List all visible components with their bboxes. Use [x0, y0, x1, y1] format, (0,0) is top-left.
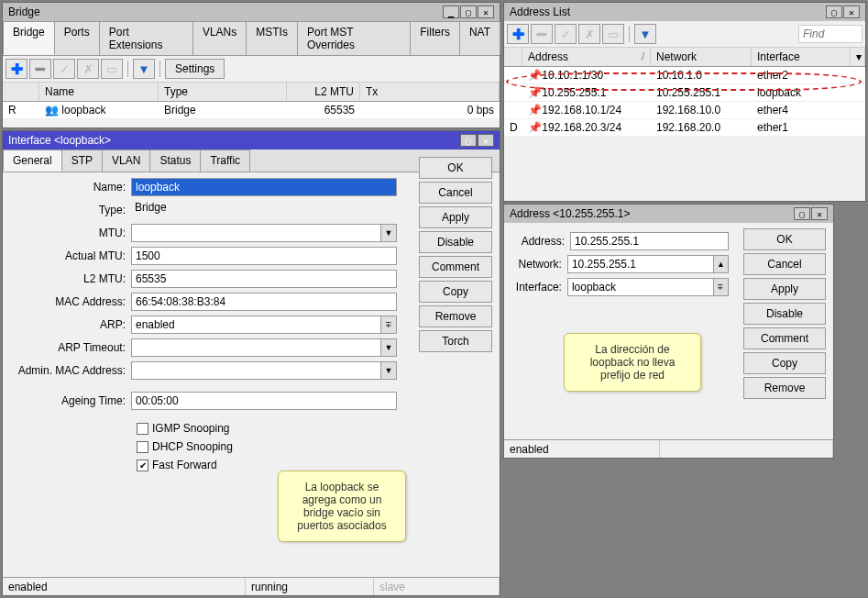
tab-ports[interactable]: Ports — [54, 21, 100, 55]
col-menu-icon[interactable]: ▾ — [851, 48, 865, 66]
tab-vlans[interactable]: VLANs — [192, 21, 247, 55]
tab-mstis[interactable]: MSTIs — [246, 21, 298, 55]
maximize-icon[interactable]: ▢ — [460, 134, 477, 147]
col-tx[interactable]: Tx — [360, 83, 500, 101]
tab-port-extensions[interactable]: Port Extensions — [99, 21, 193, 55]
col-network[interactable]: Network — [651, 48, 752, 66]
table-row[interactable]: 📌 10.255.255.1 10.255.255.1 loopback — [504, 84, 865, 102]
col-name[interactable]: Name — [39, 83, 159, 101]
col-flag[interactable] — [3, 83, 39, 101]
disable-icon[interactable]: ✗ — [578, 24, 600, 44]
chevron-down-icon[interactable]: ▼ — [380, 338, 397, 357]
mac-field[interactable] — [131, 293, 397, 311]
col-type[interactable]: Type — [159, 83, 287, 101]
table-row[interactable]: D 📌 192.168.20.3/24 192.168.20.0 ether1 — [504, 119, 865, 137]
comment-icon[interactable]: ▭ — [101, 59, 123, 79]
remove-button[interactable]: Remove — [743, 377, 826, 399]
close-icon[interactable]: ✕ — [843, 6, 860, 18]
close-icon[interactable]: ✕ — [478, 6, 494, 18]
address-field[interactable] — [570, 232, 729, 250]
tab-bridge[interactable]: Bridge — [3, 21, 55, 55]
actualmtu-field[interactable] — [131, 247, 397, 265]
disable-button[interactable]: Disable — [419, 231, 492, 253]
cell-flag: D — [504, 119, 522, 136]
maximize-icon[interactable]: ▢ — [794, 207, 810, 220]
tab-vlan[interactable]: VLAN — [102, 150, 150, 172]
pin-icon: 📌 — [528, 121, 539, 132]
drop-icon[interactable]: ∓ — [380, 316, 397, 334]
col-address[interactable]: Address / — [522, 48, 651, 66]
ageing-field[interactable] — [131, 392, 397, 410]
comment-button[interactable]: Comment — [419, 256, 492, 278]
tab-traffic[interactable]: Traffic — [200, 150, 250, 172]
minimize-icon[interactable]: ▁ — [443, 6, 459, 18]
enable-icon[interactable]: ✓ — [555, 24, 577, 44]
adminmac-field[interactable] — [131, 361, 381, 380]
fast-checkbox[interactable]: ✔ — [137, 460, 148, 471]
tab-stp[interactable]: STP — [61, 150, 103, 172]
drop-icon[interactable]: ∓ — [713, 278, 729, 296]
address-titlebar[interactable]: Address <10.255.255.1> ▢ ✕ — [504, 205, 833, 223]
cell-network: 192.168.10.0 — [651, 102, 752, 118]
apply-button[interactable]: Apply — [743, 278, 826, 300]
close-icon[interactable]: ✕ — [811, 207, 828, 220]
add-button[interactable]: ✚ — [507, 24, 529, 44]
remove-button[interactable]: ━ — [531, 24, 553, 44]
network-field[interactable] — [567, 255, 714, 273]
mtu-field[interactable] — [131, 224, 381, 242]
disable-icon[interactable]: ✗ — [77, 59, 99, 79]
tab-filters[interactable]: Filters — [410, 21, 460, 55]
copy-button[interactable]: Copy — [419, 281, 492, 303]
add-button[interactable]: ✚ — [5, 59, 27, 79]
close-icon[interactable]: ✕ — [478, 134, 494, 147]
arptimeout-field[interactable] — [131, 338, 381, 357]
arp-field[interactable] — [131, 316, 381, 334]
filter-icon[interactable]: ▼ — [133, 59, 155, 79]
table-row[interactable]: R 👥 loopback Bridge 65535 0 bps — [3, 102, 500, 119]
tab-nat[interactable]: NAT — [459, 21, 500, 55]
interface-titlebar[interactable]: Interface <loopback> ▢ ✕ — [3, 131, 500, 150]
address-statusbar: enabled — [504, 439, 833, 458]
tab-general[interactable]: General — [3, 150, 62, 172]
col-interface[interactable]: Interface — [752, 48, 851, 66]
table-row[interactable]: 📌 192.168.10.1/24 192.168.10.0 ether4 — [504, 102, 865, 119]
bridge-window: Bridge ▁ ▢ ✕ Bridge Ports Port Extension… — [2, 2, 500, 128]
bridge-titlebar[interactable]: Bridge ▁ ▢ ✕ — [3, 3, 500, 21]
apply-button[interactable]: Apply — [419, 206, 492, 228]
chevron-down-icon[interactable]: ▼ — [380, 361, 397, 380]
cancel-button[interactable]: Cancel — [419, 182, 492, 204]
filter-icon[interactable]: ▼ — [634, 24, 656, 44]
maximize-icon[interactable]: ▢ — [826, 6, 842, 18]
table-row[interactable]: 📌 10.10.1.1/30 10.10.1.0 ether2 — [504, 67, 865, 84]
addresslist-titlebar[interactable]: Address List ▢ ✕ — [504, 3, 865, 21]
comment-button[interactable]: Comment — [743, 327, 826, 349]
ok-button[interactable]: OK — [743, 228, 826, 250]
tab-port-mst-overrides[interactable]: Port MST Overrides — [297, 21, 411, 55]
col-l2mtu[interactable]: L2 MTU — [287, 83, 360, 101]
igmp-checkbox[interactable] — [137, 423, 148, 435]
chevron-up-icon[interactable]: ▲ — [713, 255, 729, 273]
col-flag[interactable] — [504, 48, 522, 66]
address-side-buttons: OK Cancel Apply Disable Comment Copy Rem… — [743, 228, 826, 399]
remove-button[interactable]: ━ — [29, 59, 51, 79]
l2mtu-field[interactable] — [131, 270, 397, 288]
settings-button[interactable]: Settings — [165, 59, 225, 79]
remove-button[interactable]: Remove — [419, 305, 492, 327]
ok-button[interactable]: OK — [419, 157, 492, 179]
cancel-button[interactable]: Cancel — [743, 253, 826, 275]
find-input[interactable] — [798, 25, 863, 43]
name-field[interactable] — [131, 178, 397, 196]
maximize-icon[interactable]: ▢ — [460, 6, 477, 18]
disable-button[interactable]: Disable — [743, 303, 826, 325]
ageing-label: Ageing Time: — [12, 394, 131, 407]
chevron-down-icon[interactable]: ▼ — [380, 224, 397, 242]
interface-field[interactable] — [567, 278, 714, 296]
enable-icon[interactable]: ✓ — [53, 59, 75, 79]
cell-interface: ether4 — [752, 102, 865, 118]
comment-icon[interactable]: ▭ — [602, 24, 624, 44]
torch-button[interactable]: Torch — [419, 330, 492, 352]
copy-button[interactable]: Copy — [743, 352, 826, 374]
separator — [159, 61, 160, 77]
dhcp-checkbox[interactable] — [137, 441, 148, 453]
tab-status[interactable]: Status — [149, 150, 201, 172]
